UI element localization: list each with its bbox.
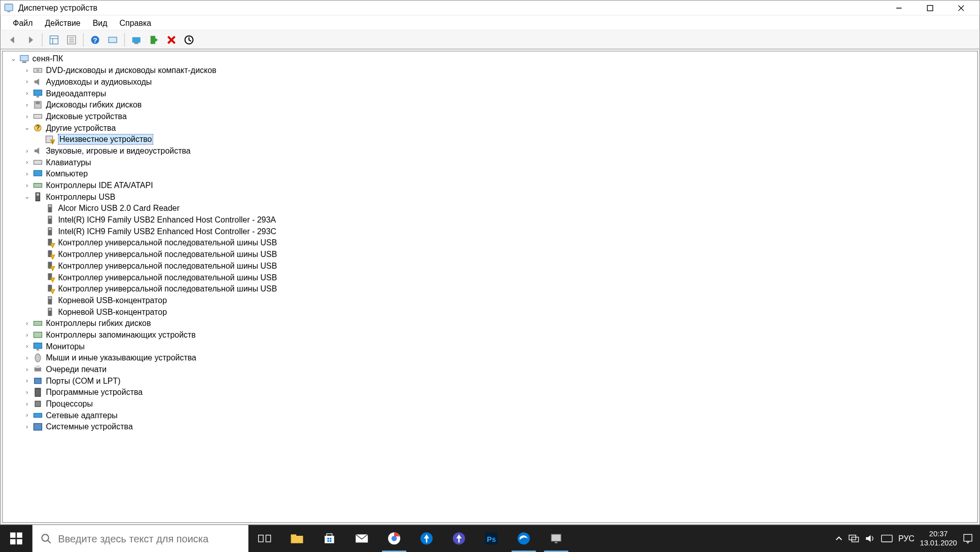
tray-keyboard-icon[interactable] [881, 534, 893, 542]
tree-node-software-devices[interactable]: › Программные устройства [3, 386, 977, 398]
tree-node-usb-bus-warn-4[interactable]: Контроллер универсальной последовательно… [3, 271, 977, 283]
tree-node-usb-root-hub-2[interactable]: Корневой USB-концентратор [3, 306, 977, 317]
device-tree[interactable]: ⌄ сеня-ПК › DVD-дисководы и дисководы ко… [2, 51, 978, 523]
chevron-right-icon[interactable]: › [23, 112, 31, 120]
taskbar-app-mail[interactable] [345, 525, 378, 552]
enable-device-button[interactable] [146, 31, 162, 48]
tree-node-video-adapters[interactable]: › Видеоадаптеры [3, 87, 977, 99]
chevron-right-icon[interactable]: › [23, 342, 31, 350]
tree-node-print-queues[interactable]: › Очереди печати [3, 363, 977, 375]
maximize-button[interactable] [915, 1, 946, 15]
tree-node-usb-alcor[interactable]: Alcor Micro USB 2.0 Card Reader [3, 202, 977, 214]
tray-language[interactable]: РУС [898, 534, 915, 543]
tree-node-disk-drives[interactable]: › Дисковые устройства [3, 111, 977, 122]
tree-node-network-adapters[interactable]: › Сетевые адаптеры [3, 409, 977, 421]
chevron-right-icon[interactable]: › [23, 399, 31, 408]
tree-root[interactable]: ⌄ сеня-ПК [3, 53, 977, 64]
menu-help[interactable]: Справка [114, 17, 157, 29]
tree-node-ports[interactable]: › Порты (COM и LPT) [3, 375, 977, 386]
search-input[interactable] [58, 533, 240, 544]
taskbar-app-upload[interactable] [410, 525, 443, 552]
tree-node-storage-controllers[interactable]: › Контроллеры запоминающих устройств [3, 329, 977, 341]
titlebar[interactable]: Диспетчер устройств [1, 1, 979, 15]
tree-node-dvd[interactable]: › DVD-дисководы и дисководы компакт-диск… [3, 64, 977, 76]
chevron-right-icon[interactable]: › [23, 181, 31, 189]
tray-notifications-icon[interactable] [962, 533, 973, 544]
minimize-button[interactable] [884, 1, 915, 15]
tree-node-usb-root-hub-1[interactable]: Корневой USB-концентратор [3, 295, 977, 306]
chevron-right-icon[interactable]: › [23, 78, 31, 86]
chevron-right-icon[interactable]: › [23, 388, 31, 396]
taskbar-app-edge[interactable] [508, 525, 540, 552]
chevron-right-icon[interactable]: › [23, 89, 31, 97]
chevron-down-icon[interactable]: ⌄ [23, 193, 31, 201]
tree-node-usb-intel-293a[interactable]: Intel(R) ICH9 Family USB2 Enhanced Host … [3, 214, 977, 226]
tree-node-audio-io[interactable]: › Аудиовходы и аудиовыходы [3, 76, 977, 87]
menu-view[interactable]: Вид [87, 17, 113, 29]
tree-node-usb-bus-warn-3[interactable]: Контроллер универсальной последовательно… [3, 260, 977, 271]
tree-node-floppy-drives[interactable]: › Дисководы гибких дисков [3, 99, 977, 111]
svg-point-57 [35, 353, 41, 361]
show-hide-tree-button[interactable] [46, 31, 62, 48]
chevron-right-icon[interactable]: › [23, 377, 31, 385]
chevron-right-icon[interactable]: › [23, 411, 31, 419]
svg-rect-61 [35, 388, 41, 396]
chevron-right-icon[interactable]: › [23, 422, 31, 430]
chevron-right-icon[interactable]: › [23, 158, 31, 166]
tree-node-computer[interactable]: › Компьютер [3, 168, 977, 179]
taskbar-app-device-manager[interactable] [540, 525, 572, 552]
tree-node-sound-game-video[interactable]: › Звуковые, игровые и видеоустройства [3, 145, 977, 157]
tree-node-usb-bus-warn-5[interactable]: Контроллер универсальной последовательно… [3, 283, 977, 295]
tree-node-system-devices[interactable]: › Системные устройства [3, 421, 977, 432]
taskbar-app-file-explorer[interactable] [281, 525, 313, 552]
cpu-icon [32, 398, 43, 409]
tree-node-monitors[interactable]: › Мониторы [3, 340, 977, 352]
tree-node-processors[interactable]: › Процессоры [3, 398, 977, 410]
tree-node-ide-atapi[interactable]: › Контроллеры IDE ATA/ATAPI [3, 179, 977, 191]
tree-node-usb-bus-warn-2[interactable]: Контроллер универсальной последовательно… [3, 248, 977, 260]
tray-clock[interactable]: 20:37 13.01.2020 [920, 530, 957, 547]
chevron-right-icon[interactable]: › [23, 66, 31, 74]
tree-node-usb-controllers[interactable]: ⌄ Контроллеры USB [3, 191, 977, 202]
disable-device-button[interactable] [181, 31, 197, 48]
svg-rect-55 [34, 343, 42, 348]
taskbar-app-store[interactable] [313, 525, 345, 552]
chevron-down-icon[interactable]: ⌄ [10, 54, 18, 62]
chevron-right-icon[interactable]: › [23, 146, 31, 155]
uninstall-device-button[interactable] [163, 31, 180, 48]
tree-node-floppy-controllers[interactable]: › Контроллеры гибких дисков [3, 317, 977, 329]
taskbar-app-chrome[interactable] [378, 525, 410, 552]
taskbar-app-paragon[interactable] [443, 525, 475, 552]
close-button[interactable] [946, 1, 976, 15]
chevron-right-icon[interactable]: › [23, 365, 31, 373]
taskbar-app-photoshop[interactable]: Ps [475, 525, 508, 552]
menu-action[interactable]: Действие [40, 17, 86, 29]
help-button[interactable]: ? [87, 31, 103, 48]
chevron-right-icon[interactable]: › [23, 353, 31, 361]
search-box[interactable] [32, 525, 249, 552]
tree-node-unknown-device[interactable]: ! Неизвестное устройство [3, 133, 977, 145]
update-driver-button[interactable] [128, 31, 145, 48]
chevron-right-icon[interactable]: › [23, 330, 31, 339]
tree-node-usb-bus-warn-1[interactable]: Контроллер универсальной последовательно… [3, 237, 977, 248]
start-button[interactable] [0, 525, 32, 552]
forward-button[interactable] [22, 31, 39, 48]
back-button[interactable] [5, 31, 21, 48]
tree-node-mice[interactable]: › Мыши и иные указывающие устройства [3, 352, 977, 363]
tree-node-other-devices[interactable]: ⌄ ? Другие устройства [3, 122, 977, 133]
task-view-button[interactable] [249, 525, 281, 552]
properties-button[interactable] [63, 31, 80, 48]
tree-node-keyboards[interactable]: › Клавиатуры [3, 156, 977, 168]
usb-icon [45, 226, 55, 236]
scan-hardware-button[interactable] [104, 31, 121, 48]
chevron-right-icon[interactable]: › [23, 169, 31, 177]
chevron-right-icon[interactable]: › [23, 319, 31, 327]
tree-node-usb-intel-293c[interactable]: Intel(R) ICH9 Family USB2 Enhanced Host … [3, 225, 977, 237]
tray-chevron-icon[interactable] [835, 534, 843, 542]
menu-file[interactable]: Файл [8, 17, 39, 29]
tray-network-icon[interactable] [848, 534, 859, 543]
chevron-right-icon[interactable]: › [23, 100, 31, 108]
tray-volume-icon[interactable] [864, 534, 875, 543]
chevron-down-icon[interactable]: ⌄ [23, 124, 31, 132]
svg-rect-17 [134, 42, 138, 44]
